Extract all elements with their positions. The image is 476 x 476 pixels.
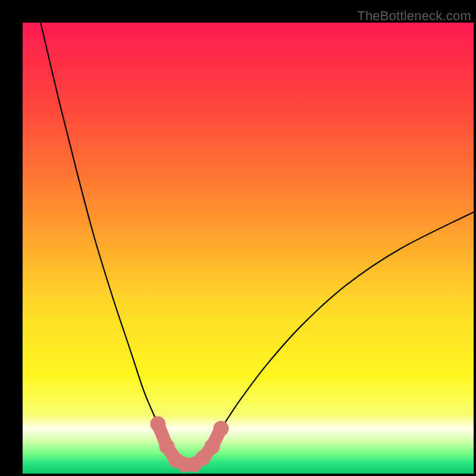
gradient-background — [23, 23, 474, 474]
watermark-text: TheBottleneck.com — [357, 8, 471, 24]
chart-frame: TheBottleneck.com — [0, 0, 476, 476]
svg-rect-0 — [23, 23, 474, 474]
plot-area — [23, 23, 474, 474]
